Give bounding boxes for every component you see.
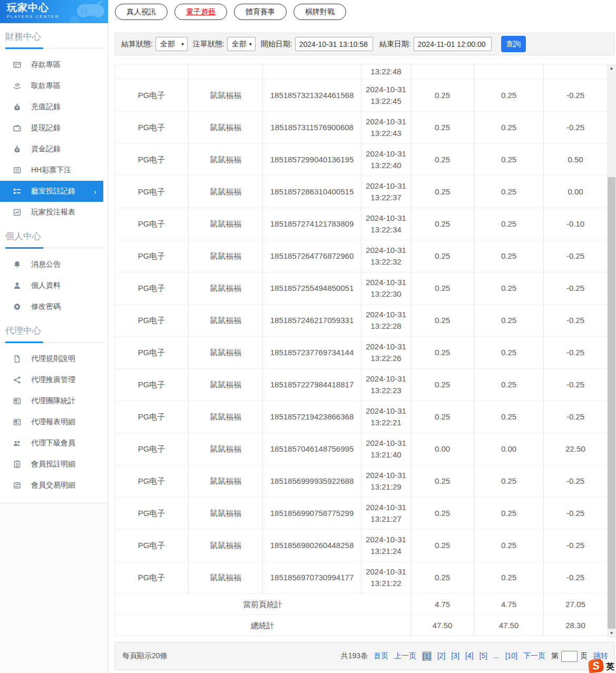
date-line: 2024-10-31 [361, 373, 410, 385]
sidebar-item[interactable]: 充值記錄 [0, 96, 103, 118]
bet-amount-cell: 0.25 [411, 176, 474, 208]
win-loss-cell: 0.00 [544, 176, 608, 208]
jump-page-input[interactable] [561, 651, 578, 662]
sidebar-item[interactable]: 廳室投註記錄 › [0, 181, 103, 202]
sidebar-item[interactable]: 取款專區 [0, 75, 103, 96]
player-cell: 鼠鼠福福 [189, 498, 263, 530]
time-line: 13:22:26 [361, 353, 410, 364]
jump-prefix-label: 第 [551, 651, 559, 661]
order-number-cell: 1851856980260448258 [263, 530, 361, 562]
users-icon [12, 438, 22, 448]
page-number-link[interactable]: [5] [479, 651, 487, 661]
platform-cell: PG电子 [115, 465, 189, 498]
time-line: 13:22:23 [361, 385, 410, 396]
datetime-cell: 2024-10-31 13:22:30 [361, 272, 411, 305]
chevron-down-icon: ▾ [249, 41, 252, 47]
page-number-link[interactable]: ... [493, 651, 500, 661]
sidebar-item[interactable]: 會員交易明細 [0, 475, 103, 496]
ime-mode-label[interactable]: 英 [606, 661, 614, 672]
table-row: PG电子 鼠鼠福福 1851857299040136195 2024-10-31… [115, 144, 608, 176]
order-number-cell: 1851856990758775299 [263, 498, 361, 530]
sidebar-item[interactable]: 修改密碼 [0, 296, 103, 317]
sidebar-item[interactable]: 個人資料 [0, 275, 103, 296]
time-line: 13:21:22 [361, 578, 410, 589]
sidebar-item[interactable]: 消息公告 [0, 254, 103, 275]
end-date-label: 結束日期: [379, 40, 411, 49]
order-number-cell: 1851856999935922688 [263, 465, 361, 498]
scroll-up-icon[interactable]: ▲ [607, 64, 616, 73]
end-date-input[interactable] [414, 37, 492, 51]
sidebar-item-label: 存款專區 [31, 60, 61, 70]
platform-cell: PG电子 [115, 401, 189, 433]
sidebar-item-label: 取款專區 [31, 81, 61, 91]
sogou-logo-icon[interactable]: S [588, 659, 604, 673]
date-line: 2024-10-31 [361, 309, 410, 320]
platform-cell: PG电子 [115, 176, 189, 208]
sidebar-item[interactable]: 玩家投注報表 [0, 202, 103, 223]
sidebar-item[interactable]: 提現記錄 [0, 118, 103, 139]
valid-bet-cell: 0.25 [474, 401, 544, 433]
page-number-link[interactable]: [10] [505, 651, 517, 661]
sidebar-item[interactable]: 代理下級會員 [0, 433, 103, 454]
pagination-controls: 共193条 首页 上一页 [1] [2] [3] [4] [5] ... [10… [341, 651, 608, 662]
table-row: PG电子 鼠鼠福福 1851857255494850051 2024-10-31… [115, 272, 608, 305]
chevron-down-icon: ▾ [181, 41, 184, 47]
sidebar-item[interactable]: 存款專區 [0, 54, 103, 75]
prev-page-link[interactable]: 上一页 [394, 651, 416, 661]
date-line: 2024-10-31 [361, 180, 410, 192]
first-page-link[interactable]: 首页 [374, 651, 388, 661]
order-number-cell: 1851857046148756995 [263, 433, 361, 465]
date-line: 2024-10-31 [361, 116, 410, 128]
table-scrollbar[interactable]: ▲ ▼ [607, 64, 616, 638]
valid-bet-cell: 0.25 [474, 562, 544, 594]
sidebar-item[interactable]: HH彩票下注 [0, 160, 103, 181]
time-line: 13:22:45 [361, 95, 410, 107]
share-icon [12, 375, 22, 385]
date-line: 2024-10-31 [361, 534, 410, 545]
sidebar-item[interactable]: 代理規則說明 [0, 348, 103, 369]
sidebar-item[interactable]: 代理團隊統計 [0, 391, 103, 412]
next-page-link[interactable]: 下一页 [523, 651, 545, 661]
search-button[interactable]: 查詢 [501, 36, 526, 52]
page-number-link[interactable]: [1] [422, 651, 432, 661]
time-line: 13:21:40 [361, 449, 410, 461]
date-line: 2024-10-31 [361, 212, 410, 224]
start-date-input[interactable] [295, 37, 373, 51]
table-row: PG电子 鼠鼠福福 1851857046148756995 2024-10-31… [115, 433, 608, 465]
gamepad-icon [68, 0, 106, 23]
withdraw-hand-icon [12, 81, 22, 91]
platform-cell: PG电子 [115, 369, 189, 401]
date-line: 2024-10-31 [361, 502, 410, 513]
section-underline [2, 47, 104, 49]
sidebar-item[interactable]: 代理推廣管理 [0, 369, 103, 391]
sidebar-item[interactable]: 會員投註明細 [0, 454, 103, 475]
table-row: PG电子 鼠鼠福福 1851857219423866368 2024-10-31… [115, 401, 608, 433]
sidebar-item[interactable]: 代理報表明細 [0, 412, 103, 433]
datetime-cell: 2024-10-31 13:22:28 [361, 305, 411, 337]
finance-nav-list: 存款專區 取款專區 充值記錄 提現記錄 [0, 54, 108, 223]
sidebar-item[interactable]: 資金記錄 [0, 139, 103, 160]
valid-bet-cell: 0.25 [474, 305, 544, 337]
page-number-link[interactable]: [2] [437, 651, 446, 661]
page-number-link[interactable]: [3] [451, 651, 459, 661]
datetime-cell: 2024-10-31 13:21:22 [361, 562, 411, 594]
page-number-link[interactable]: [4] [465, 651, 474, 661]
category-tab[interactable]: 棋牌對戰 [294, 4, 346, 20]
order-status-value: 全部 [232, 40, 247, 49]
player-cell: 鼠鼠福福 [189, 144, 263, 176]
category-tab[interactable]: 體育賽事 [234, 4, 287, 20]
platform-cell: PG电子 [115, 530, 189, 562]
settle-status-select[interactable]: 全部 ▾ [155, 37, 188, 51]
order-status-select[interactable]: 全部 ▾ [227, 37, 256, 51]
scroll-down-icon[interactable]: ▼ [607, 629, 616, 638]
category-tab[interactable]: 真人視訊 [115, 4, 168, 20]
scrollbar-thumb[interactable] [608, 177, 615, 629]
table-row: PG电子 鼠鼠福福 1851857321324461568 2024-10-31… [115, 80, 608, 112]
ime-indicator[interactable]: S 英 [589, 659, 614, 672]
category-tab[interactable]: 電子遊藝 [174, 4, 227, 20]
table-row: PG电子 鼠鼠福福 1851857264776872960 2024-10-31… [115, 240, 608, 272]
bet-amount-cell: 0.25 [411, 465, 474, 498]
settle-status-label: 結算狀態: [121, 40, 153, 49]
tab-label: 棋牌對戰 [305, 7, 335, 17]
summary-row: 總統計 47.50 47.50 28.30 [115, 615, 608, 636]
